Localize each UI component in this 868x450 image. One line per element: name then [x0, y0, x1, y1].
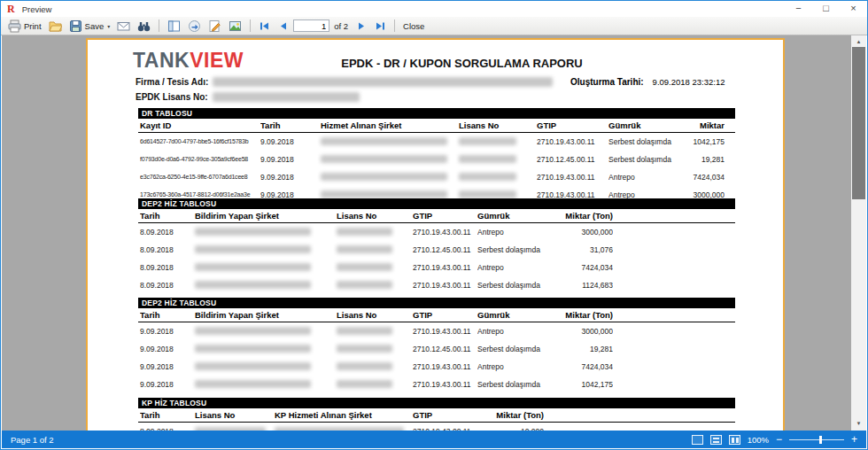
column-header: Lisans No: [195, 408, 273, 422]
column-header: GTIP: [537, 119, 608, 132]
toolbar-separator: [394, 19, 395, 32]
close-preview-button[interactable]: Close: [400, 20, 427, 32]
minimize-button[interactable]: −: [785, 1, 812, 17]
window-title: Preview: [22, 4, 52, 14]
column-header: GTIP: [413, 408, 477, 422]
close-label: Close: [403, 21, 424, 31]
redacted-cell: [321, 137, 447, 145]
edit-button[interactable]: [205, 19, 224, 34]
preview-window: R Preview − □ × Print Save ▾: [0, 0, 868, 450]
table-cell: 2710.19.43.00.11: [413, 376, 477, 393]
table-cell: 2710.19.43.00.11: [413, 259, 477, 276]
report-title: EPDK - DR / KUPON SORGULAMA RAPORU: [194, 57, 730, 70]
statusbar: Page 1 of 2 100% − +: [2, 431, 866, 448]
table-row: 9.09.20182710.19.43.00.11Antrepo3000,000: [138, 322, 735, 340]
table-row: 9.09.20182710.12.45.00.11Serbest dolaşım…: [138, 340, 735, 358]
table-row: f0793d0e-d0a6-4792-99ce-305a9cf6ee589.09…: [138, 151, 735, 168]
table-cell: 19,281: [539, 340, 613, 358]
print-icon: [8, 19, 21, 33]
scrollbar-thumb[interactable]: [852, 47, 865, 199]
table-cell: 8.09.2018: [140, 423, 193, 431]
close-window-button[interactable]: ×: [840, 1, 867, 17]
multi-page-view-icon[interactable]: [729, 435, 740, 445]
column-header: Miktar: [639, 119, 725, 132]
report-table: KP HİZ TABLOSUTarihLisans NoKP Hizmeti A…: [138, 398, 735, 431]
email-button[interactable]: [114, 19, 133, 34]
save-button[interactable]: Save ▾: [66, 19, 113, 34]
table-row: 9.09.20182710.19.43.00.11Serbest dolaşım…: [138, 376, 735, 393]
table-cell: 8.09.2018: [140, 223, 193, 241]
first-page-button[interactable]: [256, 19, 273, 33]
redacted-cell: [195, 345, 311, 353]
save-dropdown-icon[interactable]: ▾: [107, 23, 110, 29]
first-page-icon: [259, 20, 270, 32]
export-button[interactable]: [185, 19, 204, 34]
continuous-view-icon[interactable]: [710, 435, 722, 445]
table-cell: 1042,175: [639, 133, 725, 151]
redacted-cell: [195, 263, 311, 271]
table-cell: 2710.19.43.00.11: [413, 223, 477, 241]
next-page-icon: [356, 20, 368, 32]
table-cell: 9.09.2018: [140, 358, 193, 376]
vertical-scrollbar[interactable]: ▲ ▼: [851, 35, 866, 431]
last-page-icon: [375, 20, 386, 32]
scroll-down-icon[interactable]: ▼: [851, 417, 866, 431]
redacted-cell: [337, 362, 392, 370]
table-title-bar: DEP2 HİZ TABLOSU: [138, 198, 735, 209]
zoom-slider-thumb[interactable]: [819, 436, 822, 444]
table-row: 8.09.20182710.19.43.00.1110,000: [138, 423, 735, 431]
redacted-cell: [195, 380, 311, 388]
open-button[interactable]: [46, 19, 65, 34]
table-cell: 19,281: [639, 151, 725, 168]
table-cell: 8.09.2018: [140, 259, 193, 276]
redacted-cell: [195, 245, 311, 253]
column-header: Miktar (Ton): [473, 408, 544, 422]
table-header-row: TarihBildirim Yapan ŞirketLisans NoGTIPG…: [138, 209, 735, 223]
outline-button[interactable]: [165, 19, 183, 34]
page-number-input[interactable]: [293, 19, 329, 32]
table-cell: 3000,000: [539, 223, 613, 241]
preview-workspace: TANKVIEW EPDK - DR / KUPON SORGULAMA RAP…: [2, 35, 866, 431]
maximize-button[interactable]: □: [812, 1, 840, 17]
column-header: Lisans No: [337, 308, 409, 322]
column-header: Bildirim Yapan Şirket: [195, 308, 335, 322]
redacted-cell: [337, 345, 392, 353]
table-cell: 9.09.2018: [260, 133, 317, 151]
next-page-button[interactable]: [353, 19, 370, 33]
save-icon: [69, 19, 82, 33]
toolbar: Print Save ▾: [1, 17, 867, 35]
table-cell: 2710.19.43.00.11: [413, 322, 477, 340]
zoom-slider-track: [789, 439, 844, 440]
table-row: 9.09.20182710.19.43.00.11Antrepo7424,034: [138, 358, 735, 376]
table-cell: 8.09.2018: [140, 241, 193, 259]
column-header: Kayıt ID: [140, 119, 260, 132]
table-cell: 2710.12.45.00.11: [537, 151, 608, 168]
print-button[interactable]: Print: [5, 19, 44, 34]
column-header: Tarih: [140, 408, 193, 422]
table-cell: 2710.19.43.00.11: [413, 358, 477, 376]
zoom-in-button[interactable]: +: [851, 434, 857, 445]
find-button[interactable]: [135, 19, 153, 34]
column-header: Tarih: [140, 209, 193, 222]
report-page[interactable]: TANKVIEW EPDK - DR / KUPON SORGULAMA RAP…: [86, 38, 785, 431]
zoom-out-button[interactable]: −: [776, 434, 782, 445]
created-value: 9.09.2018 23:32:12: [653, 77, 725, 87]
table-cell: 2710.12.45.00.11: [413, 241, 477, 259]
edit-page-icon: [208, 19, 221, 33]
redacted-cell: [337, 327, 392, 335]
prev-page-button[interactable]: [275, 19, 291, 33]
page-count-label: of 2: [334, 21, 348, 31]
zoom-slider[interactable]: [789, 435, 844, 445]
table-cell: 1042,175: [539, 376, 613, 393]
redacted-cell: [459, 137, 516, 145]
table-cell: 2710.19.43.00.11: [413, 276, 477, 294]
open-folder-icon: [49, 19, 62, 33]
table-row: 8.09.20182710.19.43.00.11Antrepo7424,034: [138, 259, 735, 276]
print-label: Print: [24, 21, 42, 31]
last-page-button[interactable]: [372, 19, 389, 33]
watermark-button[interactable]: [226, 19, 244, 34]
redacted-cell: [459, 173, 516, 181]
column-header: GTIP: [413, 308, 477, 322]
single-page-view-icon[interactable]: [692, 435, 703, 445]
table-row: 8.09.20182710.19.43.00.11Serbest dolaşım…: [138, 276, 735, 294]
